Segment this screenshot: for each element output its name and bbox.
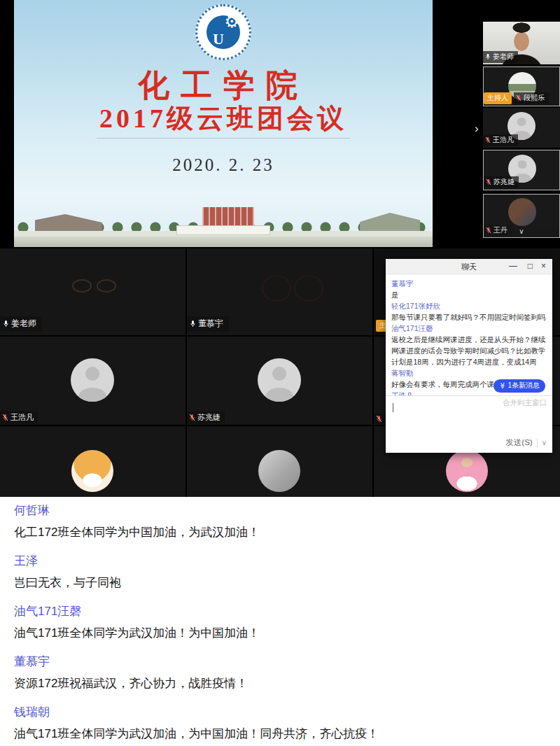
campus-gate xyxy=(176,225,270,235)
participant-name: 王浩凡 xyxy=(10,412,34,423)
chat-message-text: 那每节课只要看了就好吗？不用固定时间签到吗 xyxy=(391,311,548,323)
mic-on-icon xyxy=(485,53,491,60)
gear-icon: ⚙ xyxy=(224,13,239,30)
participant-label: 苏兆婕 xyxy=(484,176,519,188)
campus-ground xyxy=(14,237,433,247)
double-chevron-down-icon: ≫ xyxy=(499,382,506,388)
chat-sender-name: 轻化171张妤欣 xyxy=(391,300,548,311)
chat-sender-name: 油气171汪磬 xyxy=(391,323,548,334)
default-avatar xyxy=(71,358,114,402)
feed-sender-name: 钱瑞朝 xyxy=(14,704,549,721)
feed-sender-name: 油气171汪磬 xyxy=(14,603,549,620)
video-tile[interactable]: 苏兆婕 xyxy=(187,337,372,425)
mic-on-icon xyxy=(190,320,196,328)
participant-thumbnail-teacher[interactable]: 姜老师 xyxy=(483,22,560,64)
new-message-pill[interactable]: ≫ 1条新消息 xyxy=(493,379,545,393)
video-tile[interactable] xyxy=(187,426,372,497)
chat-titlebar[interactable]: 聊天 — □ × xyxy=(386,259,552,274)
minimize-button[interactable]: — xyxy=(509,261,517,272)
participant-name: 王浩凡 xyxy=(493,135,514,145)
close-button[interactable]: × xyxy=(541,261,546,272)
participant-name: 苏兆婕 xyxy=(197,412,220,423)
participant-label: 姜老师 xyxy=(483,51,518,63)
participant-name: 苏兆婕 xyxy=(493,177,514,187)
default-avatar xyxy=(258,358,301,402)
slide-title-line1: 化工学院 xyxy=(14,64,433,106)
host-badge: 主持人 xyxy=(484,92,512,104)
merge-to-main-link[interactable]: 合并到主窗口 xyxy=(503,398,547,408)
video-tile-dongmuyu[interactable]: 董慕宇 xyxy=(187,248,372,335)
university-logo: ⚙ U xyxy=(195,4,251,60)
text-cursor xyxy=(393,403,393,412)
photo-avatar xyxy=(446,450,488,492)
campus-building-right xyxy=(360,213,420,231)
glasses-right xyxy=(97,279,116,293)
send-divider xyxy=(537,438,538,448)
mic-muted-icon xyxy=(2,414,8,421)
participant-label: 董慕宇 xyxy=(187,316,229,332)
chat-message-text: 返校之后是继续网课进度，还是从头开始？继续网课进度的话会导致学期时间减少吗？比如… xyxy=(391,334,548,367)
mic-muted-icon xyxy=(486,178,491,185)
feed-sender-name: 董慕宇 xyxy=(14,654,549,670)
feed-message-text: 化工172班全体同学为中国加油，为武汉加油！ xyxy=(14,524,549,541)
chat-message-text: 是 xyxy=(391,289,548,300)
anime-avatar xyxy=(258,450,300,492)
maximize-button[interactable]: □ xyxy=(528,261,533,272)
participant-name: 段熙乐 xyxy=(524,93,545,103)
mic-muted-icon xyxy=(516,94,522,101)
feed-message-text: 油气171班全体同学为武汉加油，为中国加油！同舟共济，齐心抗疫！ xyxy=(14,726,549,743)
participant-thumbnail-host[interactable]: 主持人 段熙乐 xyxy=(483,66,560,106)
participant-name: 姜老师 xyxy=(11,318,36,330)
participant-label xyxy=(374,414,386,424)
feed-message-text: 油气171班全体同学为武汉加油！为中国加油！ xyxy=(14,625,549,642)
mic-muted-icon xyxy=(189,414,195,421)
presentation-slide: ⚙ U 化工学院 2017级云班团会议 2020. 2. 23 xyxy=(14,0,433,247)
participant-label: 苏兆婕 xyxy=(187,411,225,424)
mic-on-icon xyxy=(3,320,9,328)
slide-date: 2020. 2. 23 xyxy=(14,155,433,175)
mic-muted-icon xyxy=(485,136,491,143)
chevron-down-icon: ∨ xyxy=(519,227,524,235)
campus-photo xyxy=(14,194,433,247)
chat-feed: 何哲琳 化工172班全体同学为中国加油，为武汉加油！ 王泽 岂曰无衣，与子同袍 … xyxy=(0,497,560,746)
participant-name: 姜老师 xyxy=(493,52,514,62)
participant-thumbnail[interactable]: 苏兆婕 xyxy=(483,150,560,190)
participant-thumbnail[interactable]: 王浩凡 xyxy=(483,108,560,148)
chat-sender-name: 蒋智勤 xyxy=(391,367,548,379)
glasses-left xyxy=(262,275,291,302)
participant-label: 段熙乐 xyxy=(514,92,549,104)
participant-label: 王浩凡 xyxy=(0,411,38,424)
send-options-caret[interactable]: ∨ xyxy=(542,439,547,446)
university-logo-emblem: ⚙ U xyxy=(206,15,240,49)
glasses-right xyxy=(294,275,323,302)
feed-sender-name: 王泽 xyxy=(14,553,549,570)
collapse-sidebar-arrow[interactable]: › xyxy=(475,122,479,136)
mic-muted-icon xyxy=(486,227,491,234)
chat-message-list[interactable]: 董慕宇 是 轻化171张妤欣 那每节课只要看了就好吗？不用固定时间签到吗 油气1… xyxy=(386,274,552,395)
participant-label: 王丹 xyxy=(484,225,512,237)
photo-avatar xyxy=(508,198,536,226)
slide-divider xyxy=(97,138,350,139)
cartoon-avatar xyxy=(71,450,113,492)
chat-window: 聊天 — □ × 董慕宇 是 轻化171张妤欣 那每节课只要看了就好吗？不用固定… xyxy=(386,259,552,453)
meeting-app-window: ⚙ U 化工学院 2017级云班团会议 2020. 2. 23 › 姜老师 主持 xyxy=(0,0,560,746)
mic-muted-icon xyxy=(376,415,382,423)
slide-title-line2: 2017级云班团会议 xyxy=(14,101,433,136)
logo-letter: U xyxy=(213,30,224,48)
chat-sender-name: 董慕宇 xyxy=(391,278,548,289)
participant-name: 王丹 xyxy=(493,225,507,235)
video-tile[interactable] xyxy=(0,426,186,497)
new-message-count: 1条新消息 xyxy=(507,381,540,390)
participant-thumbnail[interactable]: ∨ 王丹 xyxy=(483,194,560,238)
participant-label: 姜老师 xyxy=(0,316,42,332)
feed-sender-name: 何哲琳 xyxy=(14,502,549,519)
video-tile[interactable]: 王浩凡 xyxy=(0,337,186,425)
feed-message-text: 岂曰无衣，与子同袍 xyxy=(14,575,549,591)
chat-input-area[interactable]: 合并到主窗口 发送(S) ∨ xyxy=(386,395,552,453)
send-button[interactable]: 发送(S) xyxy=(505,437,532,448)
campus-building-left xyxy=(35,214,102,231)
participant-name: 董慕宇 xyxy=(198,318,223,330)
participant-label: 王浩凡 xyxy=(483,134,518,146)
video-tile-teacher[interactable]: 姜老师 xyxy=(0,248,186,335)
feed-message-text: 资源172班祝福武汉，齐心协力，战胜疫情！ xyxy=(14,675,549,692)
